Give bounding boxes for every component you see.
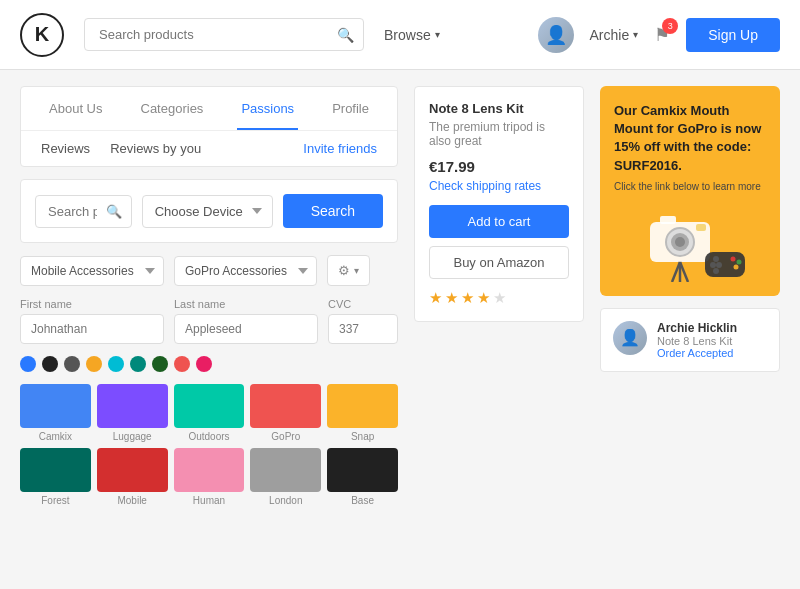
order-notification: 👤 Archie Hicklin Note 8 Lens Kit Order A… — [600, 308, 780, 372]
category-filter[interactable]: Mobile Accessories — [20, 256, 164, 286]
cvc-field: CVC — [328, 298, 398, 344]
reviews-link[interactable]: Reviews — [41, 141, 90, 156]
swatch-base[interactable]: Base — [327, 448, 398, 506]
swatch-box-base[interactable] — [327, 448, 398, 492]
order-status[interactable]: Order Accepted — [657, 347, 767, 359]
swatch-label-london: London — [250, 495, 321, 506]
color-dot-cyan[interactable] — [108, 356, 124, 372]
swatch-box-luggage[interactable] — [97, 384, 168, 428]
swatch-box-mobile[interactable] — [97, 448, 168, 492]
shipping-link[interactable]: Check shipping rates — [429, 179, 569, 193]
swatch-box-human[interactable] — [174, 448, 245, 492]
swatch-camkix[interactable]: Camkix — [20, 384, 91, 442]
main-wrapper: About Us Categories Passions Profile Rev… — [0, 70, 800, 522]
swatch-box-outdoors[interactable] — [174, 384, 245, 428]
form-row: First name Last name CVC — [20, 298, 398, 344]
tab-passions[interactable]: Passions — [237, 101, 298, 130]
header: K 🔍 Browse 👤 Archie ⚑ 3 Sign Up — [0, 0, 800, 70]
color-dot-dark[interactable] — [42, 356, 58, 372]
header-search-wrap: 🔍 — [84, 18, 364, 51]
swatch-gopro[interactable]: GoPro — [250, 384, 321, 442]
sub-nav: Reviews Reviews by you Invite friends — [21, 131, 397, 166]
color-dot-blue[interactable] — [20, 356, 36, 372]
color-dot-pink[interactable] — [196, 356, 212, 372]
ad-title: Our Camkix Mouth Mount for GoPro is now … — [614, 102, 766, 175]
swatch-luggage[interactable]: Luggage — [97, 384, 168, 442]
header-right: 👤 Archie ⚑ 3 Sign Up — [538, 17, 781, 53]
svg-point-13 — [713, 268, 719, 274]
swatch-forest[interactable]: Forest — [20, 448, 91, 506]
svg-rect-5 — [696, 224, 706, 231]
star-4: ★ — [477, 289, 490, 307]
swatch-label-luggage: Luggage — [97, 431, 168, 442]
buy-amazon-button[interactable]: Buy on Amazon — [429, 246, 569, 279]
notification-button[interactable]: ⚑ 3 — [654, 24, 670, 46]
logo: K — [20, 13, 64, 57]
avatar: 👤 — [538, 17, 574, 53]
swatch-box-london[interactable] — [250, 448, 321, 492]
color-dot-green[interactable] — [152, 356, 168, 372]
svg-point-14 — [731, 256, 736, 261]
settings-button[interactable]: ⚙ ▾ — [327, 255, 370, 286]
swatch-label-base: Base — [327, 495, 398, 506]
last-name-label: Last name — [174, 298, 318, 310]
swatch-box-camkix[interactable] — [20, 384, 91, 428]
swatch-label-snap: Snap — [327, 431, 398, 442]
filter-row: Mobile Accessories GoPro Accessories ⚙ ▾ — [20, 255, 398, 286]
search-icon: 🔍 — [337, 27, 354, 43]
signup-button[interactable]: Sign Up — [686, 18, 780, 52]
svg-point-16 — [734, 264, 739, 269]
swatch-box-forest[interactable] — [20, 448, 91, 492]
color-dot-red[interactable] — [174, 356, 190, 372]
invite-friends-link[interactable]: Invite friends — [303, 141, 377, 156]
last-name-input[interactable] — [174, 314, 318, 344]
swatch-snap[interactable]: Snap — [327, 384, 398, 442]
first-name-field: First name — [20, 298, 164, 344]
order-avatar: 👤 — [613, 321, 647, 355]
cvc-input[interactable] — [328, 314, 398, 344]
swatch-box-snap[interactable] — [327, 384, 398, 428]
swatch-label-camkix: Camkix — [20, 431, 91, 442]
tab-categories[interactable]: Categories — [137, 101, 208, 130]
reviews-by-you-link[interactable]: Reviews by you — [110, 141, 201, 156]
svg-rect-4 — [660, 216, 676, 224]
cvc-label: CVC — [328, 298, 398, 310]
swatch-box-gopro[interactable] — [250, 384, 321, 428]
color-dot-grey[interactable] — [64, 356, 80, 372]
swatch-mobile[interactable]: Mobile — [97, 448, 168, 506]
header-search-input[interactable] — [84, 18, 364, 51]
search-icon-small: 🔍 — [106, 204, 122, 219]
ad-banner: Our Camkix Mouth Mount for GoPro is now … — [600, 86, 780, 296]
swatch-outdoors[interactable]: Outdoors — [174, 384, 245, 442]
camera-illustration — [630, 202, 750, 282]
device-select[interactable]: Choose Device — [142, 195, 273, 228]
search-button[interactable]: Search — [283, 194, 383, 228]
svg-point-10 — [710, 262, 716, 268]
browse-button[interactable]: Browse — [384, 27, 440, 43]
notification-badge: 3 — [662, 18, 678, 34]
add-to-cart-button[interactable]: Add to cart — [429, 205, 569, 238]
left-panel: About Us Categories Passions Profile Rev… — [20, 86, 398, 506]
chevron-down-icon: ▾ — [354, 265, 359, 276]
swatch-label-outdoors: Outdoors — [174, 431, 245, 442]
profile-tabs: About Us Categories Passions Profile — [21, 87, 397, 131]
tab-profile[interactable]: Profile — [328, 101, 373, 130]
color-dot-orange[interactable] — [86, 356, 102, 372]
search-input-wrap: 🔍 — [35, 195, 132, 228]
product-price: €17.99 — [429, 158, 569, 175]
user-name[interactable]: Archie — [590, 27, 639, 43]
accessory-filter[interactable]: GoPro Accessories — [174, 256, 317, 286]
product-description: The premium tripod is also great — [429, 120, 569, 148]
swatch-label-mobile: Mobile — [97, 495, 168, 506]
star-5: ★ — [493, 289, 506, 307]
swatch-london[interactable]: London — [250, 448, 321, 506]
first-name-input[interactable] — [20, 314, 164, 344]
order-product-name: Note 8 Lens Kit — [657, 335, 767, 347]
swatch-grid: Camkix Luggage Outdoors GoPro Snap For — [20, 384, 398, 506]
color-dot-teal[interactable] — [130, 356, 146, 372]
tab-about[interactable]: About Us — [45, 101, 106, 130]
swatch-human[interactable]: Human — [174, 448, 245, 506]
swatch-label-forest: Forest — [20, 495, 91, 506]
order-info: Archie Hicklin Note 8 Lens Kit Order Acc… — [657, 321, 767, 359]
color-dots — [20, 356, 398, 372]
